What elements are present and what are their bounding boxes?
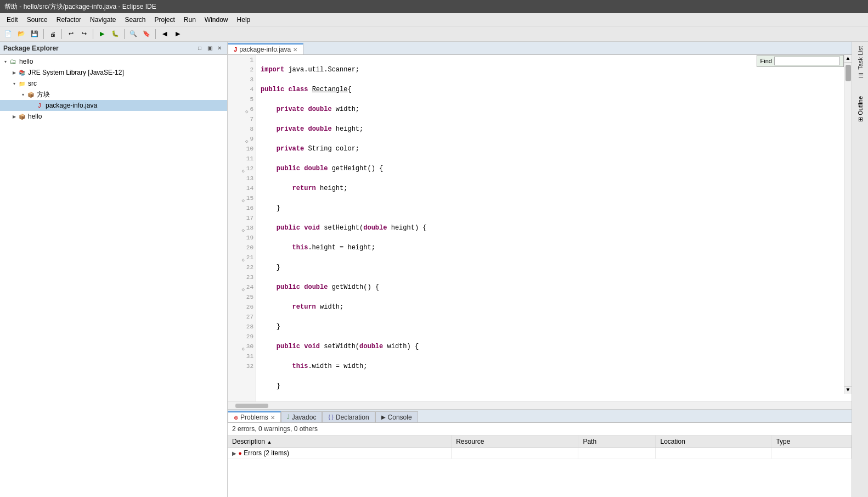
- expand-arrow[interactable]: ▶: [232, 450, 236, 456]
- tree-label-packageinfo: package-info.java: [46, 102, 97, 109]
- errors-path: [578, 448, 656, 459]
- menu-refactor[interactable]: Refactor: [52, 15, 86, 25]
- tree-arrow-src: ▾: [11, 81, 18, 86]
- panel-maximize[interactable]: ▣: [205, 44, 214, 53]
- ln-23: 23: [230, 272, 253, 282]
- task-list-label: Task List: [857, 46, 864, 70]
- editor-scrollbar[interactable]: ▲ ▼: [844, 55, 852, 394]
- ln-2: 2: [230, 65, 253, 75]
- tree-item-hello[interactable]: ▾ 🗂 hello: [0, 56, 227, 67]
- tab-problems[interactable]: ⊗ Problems ✕: [228, 411, 281, 422]
- tree-item-fangkuai[interactable]: ▾ 📦 方块: [0, 89, 227, 100]
- toolbar-sep-3: [93, 29, 93, 39]
- errors-type: [771, 448, 852, 459]
- tab-close-btn[interactable]: ✕: [293, 47, 297, 53]
- toolbar-sep-2: [61, 29, 62, 39]
- code-line-2: public class Rectangle{: [261, 85, 847, 94]
- ln-32: 32: [230, 361, 253, 371]
- problems-icon: ⊗: [234, 415, 238, 421]
- editor-area: J package-info.java ✕ 1 2 3 4 5 ◇6 7: [228, 42, 852, 409]
- editor-content[interactable]: 1 2 3 4 5 ◇6 7 8 ◇9 10 11 ◇12 13 14: [228, 55, 852, 401]
- ln-10: 10: [230, 144, 253, 154]
- ln-31: 31: [230, 351, 253, 361]
- tree-arrow-jre: ▶: [11, 70, 18, 75]
- problems-summary: 2 errors, 0 warnings, 0 others: [228, 423, 852, 435]
- javadoc-icon: J: [287, 414, 290, 420]
- menu-search[interactable]: Search: [120, 15, 150, 25]
- ln-16: 16: [230, 203, 253, 213]
- toolbar-debug[interactable]: 🐛: [109, 28, 121, 40]
- tree-arrow-packageinfo: [29, 103, 35, 108]
- panel-close[interactable]: ✕: [215, 44, 224, 53]
- tab-javadoc[interactable]: J Javadoc: [281, 411, 323, 422]
- menu-project[interactable]: Project: [150, 15, 179, 25]
- toolbar-open[interactable]: 📂: [15, 28, 27, 40]
- col-type[interactable]: Type: [771, 435, 852, 448]
- ln-8: 8: [230, 124, 253, 134]
- toolbar-forward[interactable]: ▶: [172, 28, 184, 40]
- code-area[interactable]: import java.util.Scanner; public class R…: [256, 55, 852, 401]
- code-line-9: public void setHeight(double height) {: [261, 223, 847, 233]
- scroll-down-btn[interactable]: ▼: [844, 386, 852, 394]
- ln-5: 5: [230, 94, 253, 104]
- menu-help[interactable]: Help: [233, 15, 255, 25]
- menu-source[interactable]: Source: [22, 15, 52, 25]
- ln-22: 22: [230, 263, 253, 272]
- col-path[interactable]: Path: [578, 435, 656, 448]
- toolbar-undo[interactable]: ↩: [65, 28, 77, 40]
- ln-27: 27: [230, 312, 253, 322]
- tab-declaration-label: Declaration: [336, 414, 369, 421]
- scroll-up-btn[interactable]: ▲: [844, 55, 852, 63]
- tree-item-src[interactable]: ▾ 📁 src: [0, 78, 227, 89]
- panel-actions: □ ▣ ✕: [195, 44, 224, 53]
- toolbar-run[interactable]: ▶: [96, 28, 108, 40]
- col-description[interactable]: Description ▲: [228, 435, 452, 448]
- toolbar-bookmark[interactable]: 🔖: [140, 28, 153, 40]
- ln-25: 25: [230, 292, 253, 302]
- menu-run[interactable]: Run: [179, 15, 200, 25]
- panel-minimize[interactable]: □: [195, 44, 204, 53]
- error-icon: ●: [238, 450, 242, 456]
- tree-item-packageinfo[interactable]: J package-info.java: [0, 100, 227, 111]
- ln-28: 28: [230, 322, 253, 332]
- toolbar-sep-5: [155, 29, 156, 39]
- console-icon: ▶: [381, 414, 386, 420]
- toolbar-new[interactable]: 📄: [2, 28, 14, 40]
- ln-30: ◇30: [230, 342, 253, 351]
- tree-item-jre[interactable]: ▶ 📚 JRE System Library [JavaSE-12]: [0, 67, 227, 78]
- find-input[interactable]: [774, 57, 840, 65]
- find-label: Find: [760, 58, 772, 64]
- task-list-icon: ☰: [857, 71, 864, 79]
- menu-window[interactable]: Window: [200, 15, 233, 25]
- project-icon: 🗂: [9, 57, 18, 66]
- tree-item-hello-pkg[interactable]: ▶ 📦 hello: [0, 111, 227, 122]
- col-location[interactable]: Location: [656, 435, 771, 448]
- ln-18: ◇18: [230, 223, 253, 233]
- toolbar-back[interactable]: ◀: [159, 28, 171, 40]
- tab-label: package-info.java: [239, 46, 291, 53]
- table-row-errors: ▶ ● Errors (2 items): [228, 448, 852, 459]
- toolbar-print[interactable]: 🖨: [47, 28, 59, 40]
- tab-close-problems[interactable]: ✕: [270, 415, 275, 421]
- h-scrollbar[interactable]: [228, 401, 852, 409]
- toolbar-search[interactable]: 🔍: [127, 28, 139, 40]
- outline-icon: ⊞: [857, 117, 864, 122]
- code-line-3: private double width;: [261, 104, 847, 114]
- outline-btn[interactable]: ⊞ Outline: [855, 94, 865, 124]
- toolbar-save[interactable]: 💾: [29, 28, 41, 40]
- tab-declaration[interactable]: { } Declaration: [322, 411, 375, 422]
- menu-edit[interactable]: Edit: [2, 15, 22, 25]
- package-icon-fangkuai: 📦: [26, 90, 35, 99]
- col-resource[interactable]: Resource: [452, 435, 578, 448]
- tab-console[interactable]: ▶ Console: [375, 411, 418, 422]
- task-list-btn[interactable]: ☰ Task List: [855, 44, 865, 81]
- declaration-icon: { }: [328, 414, 333, 420]
- toolbar-redo[interactable]: ↪: [78, 28, 90, 40]
- left-panel: Package Explorer □ ▣ ✕ ▾ 🗂 hello ▶ 📚 JRE…: [0, 42, 228, 497]
- ln-14: 14: [230, 183, 253, 193]
- scroll-thumb[interactable]: [846, 65, 851, 81]
- editor-tab-packageinfo[interactable]: J package-info.java ✕: [228, 43, 303, 54]
- h-scroll-thumb[interactable]: [235, 404, 268, 408]
- menu-navigate[interactable]: Navigate: [86, 15, 120, 25]
- tree-label-hello-pkg: hello: [28, 113, 42, 120]
